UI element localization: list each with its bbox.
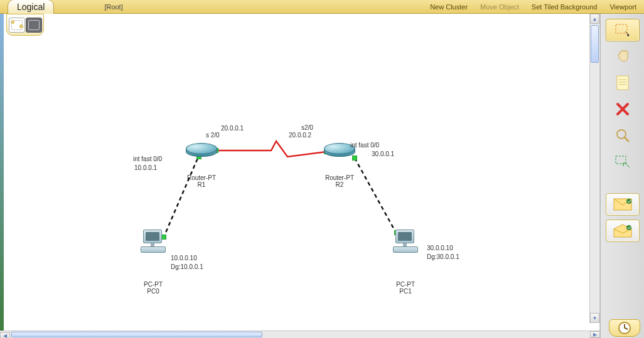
resize-icon (614, 155, 631, 169)
set-tiled-bg-button[interactable]: Set Tiled Background (532, 3, 598, 11)
inspect-button[interactable] (606, 124, 640, 147)
delete-button[interactable] (606, 98, 640, 120)
device-name-label: R2 (336, 181, 344, 188)
selection-icon (614, 23, 631, 37)
interface-label: int fast 0/0 (133, 156, 162, 162)
scroll-right-button[interactable]: ▶ (590, 331, 600, 338)
breadcrumb[interactable]: [Root] (54, 3, 430, 11)
gateway-label: Dg:30.0.0.1 (427, 253, 459, 260)
note-icon (615, 75, 630, 91)
ip-label: 10.0.0.10 (171, 255, 197, 261)
workspace-canvas[interactable]: Router-PT R1 int fast 0/0 10.0.0.1 s 2/0… (0, 14, 600, 330)
clock-icon (618, 321, 631, 335)
link-r1-r2-serial[interactable] (216, 141, 326, 157)
interface-label: int fast 0/0 (350, 142, 379, 149)
device-router-r1[interactable]: Router-PT R1 (186, 143, 217, 188)
add-complex-pdu-button[interactable] (606, 219, 640, 242)
svg-point-9 (626, 199, 631, 204)
interface-label: s2/0 (301, 124, 313, 131)
device-model-label: Router-PT (325, 174, 354, 181)
vertical-scrollbar[interactable]: ▲ ▼ (589, 14, 599, 323)
gateway-label: Dg:10.0.0.1 (171, 263, 203, 270)
device-name-label: R1 (198, 181, 206, 188)
ip-label: 30.0.0.10 (427, 245, 453, 251)
delete-x-icon (616, 102, 630, 116)
device-model-label: PC-PT (396, 281, 415, 288)
select-tool-button[interactable] (606, 19, 640, 41)
svg-rect-7 (616, 156, 626, 164)
realtime-toggle-button[interactable] (609, 319, 640, 337)
move-object-button[interactable]: Move Object (480, 3, 519, 11)
device-model-label: Router-PT (187, 174, 216, 181)
ip-label: 30.0.0.1 (372, 151, 394, 157)
resize-shape-button[interactable] (606, 151, 640, 173)
device-pc1[interactable]: PC-PT PC1 (393, 230, 418, 295)
device-router-r2[interactable]: Router-PT R2 (324, 143, 355, 188)
device-pc0[interactable]: PC-PT PC0 (141, 230, 166, 295)
magnify-icon (615, 128, 630, 143)
ip-label: 20.0.0.1 (221, 125, 244, 132)
open-envelope-icon (613, 224, 632, 238)
tab-logical[interactable]: Logical (8, 0, 54, 14)
hand-icon (614, 48, 631, 65)
scroll-down-button[interactable]: ▼ (590, 313, 599, 323)
add-simple-pdu-button[interactable] (606, 193, 640, 216)
scroll-thumb[interactable] (11, 332, 262, 337)
workspace-topbar: Logical [Root] New Cluster Move Object S… (0, 0, 644, 14)
navigation-panel-button[interactable] (6, 14, 44, 36)
device-model-label: PC-PT (144, 281, 163, 288)
closed-envelope-icon (613, 198, 632, 211)
desktop-edge (0, 14, 4, 330)
device-name-label: PC1 (399, 288, 411, 295)
ip-label: 20.0.0.2 (289, 132, 311, 139)
scroll-thumb[interactable] (591, 25, 599, 63)
viewport-button[interactable]: Viewport (609, 3, 636, 11)
device-name-label: PC0 (147, 288, 159, 295)
svg-rect-1 (617, 76, 628, 90)
scroll-up-button[interactable]: ▲ (590, 14, 599, 24)
interface-label: s 2/0 (206, 132, 220, 139)
link-r2-pc1[interactable] (355, 158, 397, 234)
horizontal-scrollbar[interactable]: ◀ ▶ (0, 330, 600, 338)
right-toolbar (600, 14, 644, 338)
place-note-button[interactable] (606, 71, 640, 94)
move-layout-button[interactable] (606, 45, 640, 68)
svg-point-10 (626, 225, 631, 230)
svg-line-6 (625, 137, 628, 141)
scroll-left-button[interactable]: ◀ (0, 332, 10, 338)
new-cluster-button[interactable]: New Cluster (430, 3, 468, 11)
ip-label: 10.0.0.1 (134, 164, 157, 171)
